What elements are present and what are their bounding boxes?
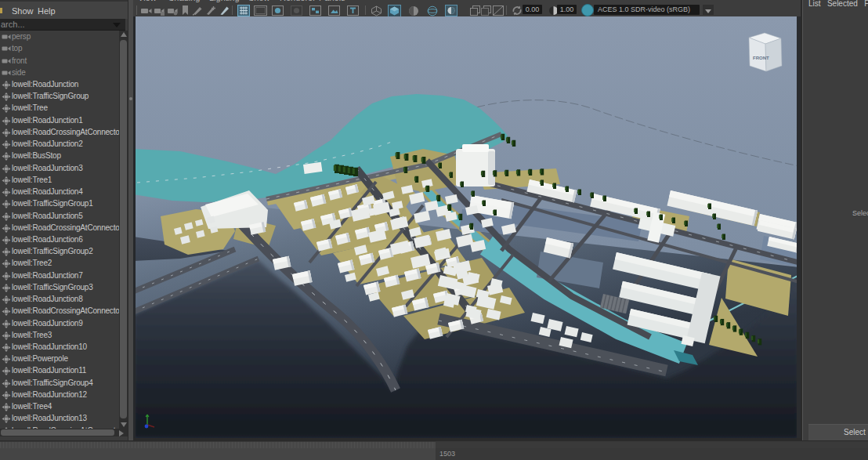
svg-text:FRONT: FRONT: [753, 56, 769, 60]
